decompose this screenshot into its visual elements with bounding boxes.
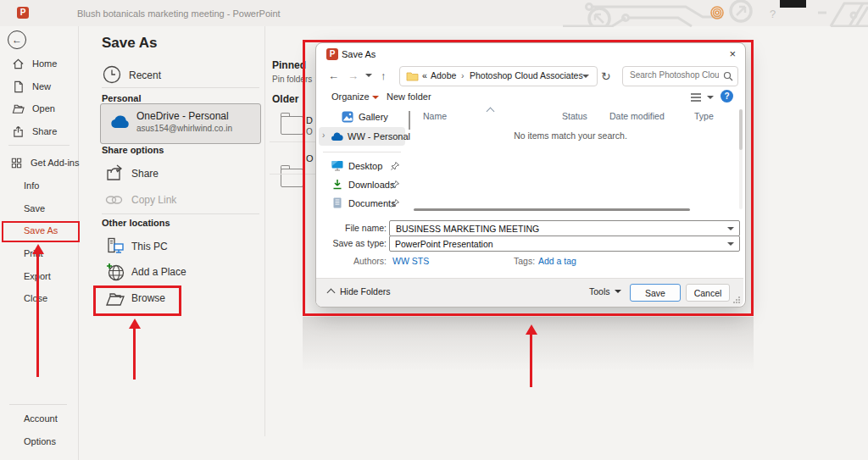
sidebar-item-get-addins[interactable]: Get Add-ins	[10, 154, 79, 171]
link-icon	[104, 191, 125, 208]
share-icon	[12, 125, 25, 138]
window-title: Blush botanicals marketing meeting - Pow…	[77, 8, 281, 19]
annotation-arrow-dialog	[530, 334, 532, 387]
this-pc-icon	[105, 236, 125, 257]
share-options-header: Share options	[102, 145, 164, 155]
clock-icon	[103, 65, 121, 84]
older-header: Older	[272, 93, 298, 105]
circuit-decoration: ?	[512, 0, 868, 27]
pane-divider	[264, 26, 265, 436]
onedrive-email: asus154@whirlwind.co.in	[136, 124, 232, 133]
copy-link-label: Copy Link	[131, 194, 176, 206]
annotation-arrow-save-as	[36, 253, 39, 377]
sidebar-divider	[78, 26, 79, 460]
sidebar-footer-divider	[9, 404, 67, 405]
black-rectangle-decoration	[780, 0, 806, 8]
sidebar-item-open[interactable]: Open	[12, 100, 55, 117]
share-item[interactable]	[104, 163, 125, 182]
sidebar-divider-line	[8, 145, 70, 146]
sidebar-item-new[interactable]: New	[12, 78, 51, 95]
recent-label[interactable]: Recent	[129, 69, 161, 81]
pinned-header: Pinned	[272, 59, 306, 71]
copy-link-item[interactable]	[104, 191, 125, 208]
this-pc-item[interactable]	[105, 236, 125, 257]
onedrive-name: OneDrive - Personal	[136, 110, 229, 122]
personal-section-header: Personal	[102, 93, 141, 103]
recent-item[interactable]	[103, 65, 121, 84]
new-file-icon	[12, 80, 25, 93]
onedrive-cloud-icon	[109, 114, 131, 132]
open-folder-icon	[12, 103, 25, 115]
home-icon	[12, 58, 25, 70]
back-icon: ←	[12, 34, 22, 46]
share-label[interactable]: Share	[131, 168, 159, 180]
addins-grid-icon	[10, 157, 23, 169]
sidebar-item-save[interactable]: Save	[24, 200, 45, 217]
pane-divider-line2	[102, 213, 259, 214]
add-place-globe-icon	[105, 262, 125, 282]
share-box-icon	[104, 163, 125, 182]
sidebar-item-info[interactable]: Info	[24, 177, 39, 194]
folder-icon[interactable]	[281, 116, 303, 135]
annotation-box-save-as	[2, 221, 80, 242]
pane-divider-line	[102, 87, 259, 88]
question-decoration: ?	[770, 8, 776, 20]
sidebar-item-home[interactable]: Home	[12, 55, 57, 72]
annotation-box-browse	[93, 285, 181, 316]
sidebar-item-account[interactable]: Account	[24, 410, 58, 427]
add-place-label[interactable]: Add a Place	[131, 266, 186, 278]
sidebar-item-options[interactable]: Options	[24, 433, 56, 450]
sidebar-item-share[interactable]: Share	[12, 123, 57, 140]
back-button[interactable]: ←	[8, 30, 26, 49]
powerpoint-app-icon: P	[17, 7, 29, 19]
add-place-item[interactable]	[105, 262, 125, 282]
onedrive-personal-item[interactable]: OneDrive - Personal asus154@whirlwind.co…	[100, 103, 261, 144]
other-locations-header: Other locations	[102, 218, 170, 228]
folder-icon-2[interactable]	[281, 169, 303, 187]
annotation-box-dialog	[303, 40, 754, 316]
this-pc-label[interactable]: This PC	[131, 241, 168, 252]
annotation-arrow-browse	[133, 328, 136, 380]
page-title: Save As	[102, 35, 158, 52]
screen: ? P Blush botanicals marketing meeting -…	[0, 0, 868, 460]
